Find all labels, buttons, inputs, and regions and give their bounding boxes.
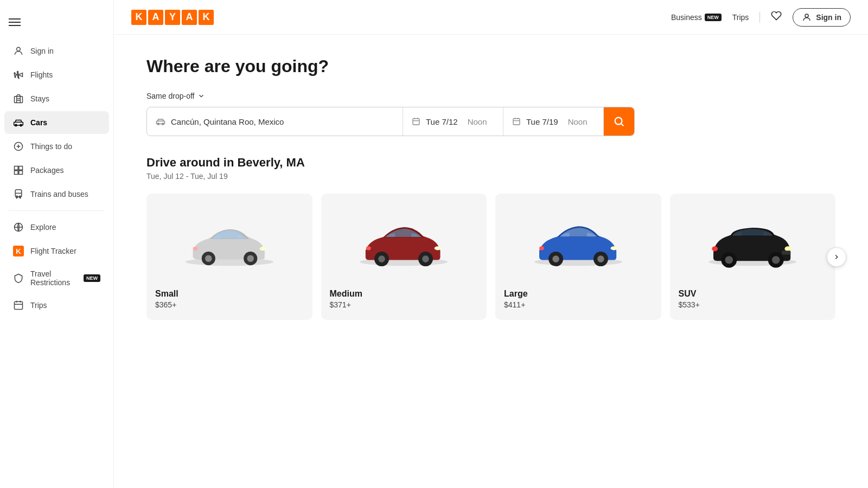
menu-icon[interactable] bbox=[0, 11, 113, 39]
pickup-time-value: Noon bbox=[468, 117, 487, 126]
logo-letter-a2: A bbox=[182, 10, 197, 25]
svg-point-35 bbox=[366, 246, 371, 250]
logo-letter-k: K bbox=[131, 10, 146, 25]
logo-letter-a1: A bbox=[148, 10, 163, 25]
cars-grid: Small $365+ bbox=[146, 194, 835, 320]
shield-icon bbox=[13, 273, 24, 284]
car-image-medium bbox=[330, 204, 478, 280]
sidebar-item-trains-buses[interactable]: Trains and buses bbox=[4, 183, 109, 206]
pickup-date-value: Tue 7/12 bbox=[426, 117, 458, 126]
same-dropoff-toggle[interactable]: Same drop-off bbox=[146, 92, 835, 100]
car-label-large: Large bbox=[504, 289, 528, 299]
header-right: Business New Trips Sign in bbox=[671, 8, 851, 27]
same-dropoff-label: Same drop-off bbox=[146, 92, 194, 100]
svg-point-24 bbox=[205, 255, 212, 262]
car-card-medium[interactable]: Medium $371+ bbox=[321, 194, 487, 320]
svg-rect-14 bbox=[15, 301, 23, 309]
logo[interactable]: K A Y A K bbox=[131, 10, 214, 25]
search-pickup-date[interactable]: Tue 7/12 Noon bbox=[403, 107, 503, 136]
car-price-large: $411+ bbox=[504, 300, 525, 309]
dropoff-date-value: Tue 7/19 bbox=[526, 117, 558, 126]
carousel-next-button[interactable] bbox=[827, 247, 846, 267]
car-card-large[interactable]: Large $411+ bbox=[495, 194, 661, 320]
svg-rect-7 bbox=[19, 166, 23, 170]
header: K A Y A K Business New Trips Sign in bbox=[114, 0, 868, 35]
svg-rect-1 bbox=[15, 97, 23, 103]
svg-rect-20 bbox=[513, 119, 520, 125]
sidebar-item-label: Things to do bbox=[30, 142, 72, 151]
sidebar-item-explore[interactable]: Explore bbox=[4, 216, 109, 239]
sidebar-item-signin[interactable]: Sign in bbox=[4, 40, 109, 62]
svg-rect-6 bbox=[15, 166, 18, 170]
svg-point-33 bbox=[422, 255, 429, 262]
favorites-button[interactable] bbox=[771, 10, 782, 24]
svg-point-31 bbox=[378, 255, 385, 262]
signin-button[interactable]: Sign in bbox=[793, 8, 851, 27]
car-card-suv[interactable]: SUV $533+ bbox=[670, 194, 836, 320]
dropoff-time-value: Noon bbox=[568, 117, 588, 126]
svg-point-42 bbox=[539, 246, 544, 250]
plane-icon bbox=[13, 69, 24, 80]
search-bar: Cancún, Quintana Roo, Mexico Tue 7/12 No… bbox=[146, 107, 635, 136]
svg-point-0 bbox=[17, 47, 21, 51]
train-icon bbox=[13, 189, 24, 200]
sidebar-item-things-to-do[interactable]: Things to do bbox=[4, 135, 109, 158]
svg-point-26 bbox=[247, 255, 254, 262]
svg-point-40 bbox=[597, 255, 604, 262]
sidebar-item-cars[interactable]: Cars bbox=[4, 111, 109, 134]
car-label-suv: SUV bbox=[679, 289, 697, 299]
car-price-medium: $371+ bbox=[330, 300, 351, 309]
sidebar-item-label: Packages bbox=[30, 166, 63, 175]
cars-carousel: Small $365+ bbox=[146, 194, 835, 320]
car-price-suv: $533+ bbox=[679, 300, 700, 309]
business-link[interactable]: Business New bbox=[671, 13, 722, 22]
search-dropoff-date[interactable]: Tue 7/19 Noon bbox=[503, 107, 604, 136]
trips-label: Trips bbox=[732, 13, 749, 22]
car-label-small: Small bbox=[155, 289, 178, 299]
svg-point-34 bbox=[435, 246, 442, 250]
sidebar-item-label: Travel Restrictions bbox=[30, 269, 77, 287]
car-image-small bbox=[155, 204, 304, 280]
k-icon: K bbox=[13, 246, 24, 256]
user-circle-icon bbox=[13, 46, 24, 56]
sidebar-item-stays[interactable]: Stays bbox=[4, 87, 109, 110]
plus-circle-icon bbox=[13, 141, 24, 152]
svg-point-21 bbox=[615, 118, 622, 125]
sidebar-item-label: Stays bbox=[30, 94, 49, 103]
search-location-field[interactable]: Cancún, Quintana Roo, Mexico bbox=[147, 107, 403, 136]
sidebar-item-travel-restrictions[interactable]: Travel Restrictions NEW bbox=[4, 264, 109, 293]
sidebar-item-label: Cars bbox=[30, 118, 47, 127]
svg-point-28 bbox=[193, 247, 197, 251]
svg-point-41 bbox=[610, 246, 617, 250]
logo-letter-k2: K bbox=[199, 10, 214, 25]
svg-rect-8 bbox=[15, 171, 18, 175]
grid-icon bbox=[13, 165, 24, 176]
svg-point-48 bbox=[785, 246, 792, 251]
section-title: Drive around in Beverly, MA bbox=[146, 156, 835, 170]
sidebar-divider bbox=[9, 210, 105, 211]
sidebar-item-label: Trips bbox=[30, 301, 47, 310]
signin-label: Sign in bbox=[816, 13, 841, 22]
location-value: Cancún, Quintana Roo, Mexico bbox=[171, 117, 284, 126]
new-badge: NEW bbox=[84, 274, 100, 282]
section-subtitle: Tue, Jul 12 - Tue, Jul 19 bbox=[146, 172, 835, 181]
cars-section: Drive around in Beverly, MA Tue, Jul 12 … bbox=[146, 156, 835, 320]
sidebar-item-flight-tracker[interactable]: K Flight Tracker bbox=[4, 240, 109, 262]
calendar-icon bbox=[13, 300, 24, 311]
logo-letter-y: Y bbox=[165, 10, 180, 25]
sidebar-item-label: Flights bbox=[30, 70, 53, 79]
trips-link[interactable]: Trips bbox=[732, 13, 749, 22]
business-badge: New bbox=[705, 14, 722, 21]
car-icon bbox=[13, 117, 24, 128]
globe-icon bbox=[13, 222, 24, 233]
sidebar-item-label: Flight Tracker bbox=[30, 247, 76, 255]
search-button[interactable] bbox=[604, 107, 634, 136]
svg-point-50 bbox=[712, 246, 718, 251]
sidebar-item-flights[interactable]: Flights bbox=[4, 63, 109, 86]
sidebar-item-label: Trains and buses bbox=[30, 190, 88, 198]
sidebar-item-trips[interactable]: Trips bbox=[4, 294, 109, 317]
sidebar-item-packages[interactable]: Packages bbox=[4, 159, 109, 182]
car-card-small[interactable]: Small $365+ bbox=[146, 194, 312, 320]
svg-point-38 bbox=[552, 255, 559, 262]
business-label: Business bbox=[671, 13, 702, 22]
